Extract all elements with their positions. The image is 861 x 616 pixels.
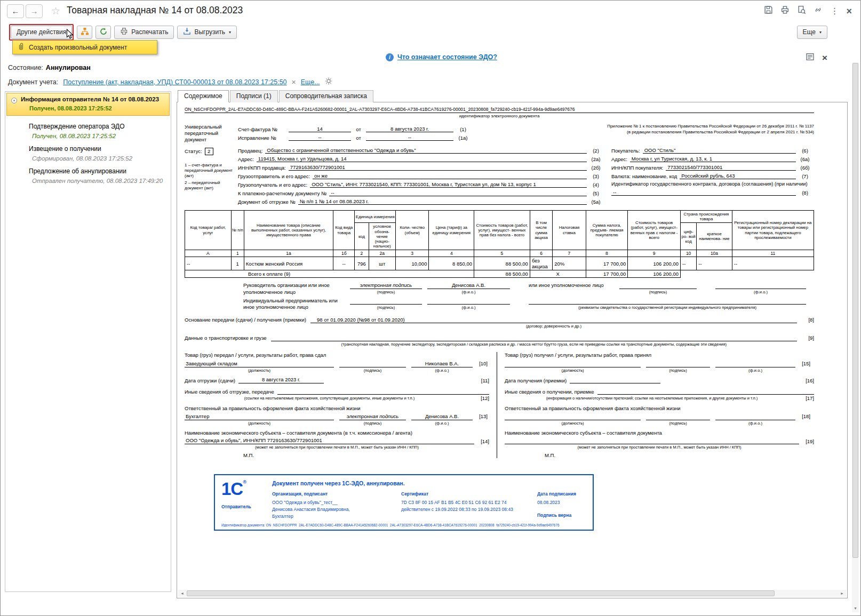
field-label: Документ об отгрузке № <box>238 199 298 205</box>
field-label: Дата отгрузки (сдачи) <box>185 378 238 383</box>
refresh-button[interactable] <box>95 26 111 39</box>
field-caption: (договор; доверенность и др.) <box>310 324 797 329</box>
back-button[interactable]: ← <box>7 4 24 18</box>
tab-cover-note[interactable]: Сопроводительная записка <box>279 90 373 102</box>
print-label: Распечатать <box>131 28 168 36</box>
window-close-icon[interactable]: × <box>846 6 852 16</box>
appendix-line: Приложение № 1 к постановлению Правитель… <box>563 124 814 130</box>
panel-close-icon[interactable]: × <box>822 54 827 62</box>
sidebar-item-status: Сформирован, 08.08.2023 17:25:52 <box>29 155 168 162</box>
field-mark: (2а) <box>587 156 605 162</box>
field-mark: (3) <box>587 173 605 179</box>
field-value: Москва г, ул Туристская, д. 13, к. 1 <box>630 156 796 162</box>
forward-button[interactable]: → <box>26 4 43 18</box>
item-cell: 10,000 <box>395 257 428 270</box>
h-scroll-right-button[interactable]: ► <box>838 591 846 595</box>
export-label: Выгрузить <box>194 28 225 36</box>
sidebar-item-operator-confirmation[interactable]: Подтверждение оператора ЭДО Получен, 08.… <box>5 117 171 139</box>
col-header: Налоговая ставка <box>553 211 586 250</box>
upd-document: ON_NSCHFDOPPR_2AL-E7ADDC60-D48C-489C-BBA… <box>185 107 814 531</box>
correction-number: -- <box>289 134 351 141</box>
info-icon-glyph: i <box>389 54 390 60</box>
tab-content[interactable]: Содержимое <box>178 90 229 102</box>
panel-list-icon[interactable] <box>806 53 814 63</box>
field-caption: (подпись) <box>339 368 406 373</box>
field-mark: (6б) <box>796 165 814 171</box>
refresh-icon <box>99 27 108 37</box>
vertical-scrollbar[interactable]: ▼ <box>852 62 859 612</box>
entrepreneur-signature-row: Индивидуальный предприниматель или иное … <box>185 298 814 311</box>
signature-value <box>646 413 710 420</box>
status-note: 2 – передаточный документ (акт) <box>185 180 236 191</box>
subject-value: ООО "Одежда и обувь", ИНН/КПП 7729163630… <box>185 437 474 444</box>
save-icon[interactable] <box>764 5 773 17</box>
field-value: 8 августа 2023 г. <box>238 377 324 383</box>
totals-cell: 106 200,00 <box>628 270 681 278</box>
h-scroll-thumb[interactable] <box>187 590 775 596</box>
accounting-more-link[interactable]: Еще... <box>301 78 320 86</box>
sidebar-item-annulment-offer[interactable]: Предложение об аннулировании Отправлен п… <box>5 162 171 184</box>
link-icon[interactable] <box>814 5 823 17</box>
menu-item-label: Создать произвольный документ <box>29 44 127 51</box>
preview-icon[interactable] <box>797 5 806 17</box>
signer-role-label: или иное уполномоченное лицо <box>529 282 619 289</box>
signature-value <box>646 361 710 367</box>
status-label: Статус: <box>185 148 202 155</box>
sidebar-item-receipt-notice[interactable]: Извещение о получении Сформирован, 08.08… <box>5 139 171 162</box>
handover-left-column: Товар (груз) передал / услуги, результат… <box>185 352 497 458</box>
field-label: Основание передачи (сдачи) / получения (… <box>185 317 310 323</box>
correction-row: Исправление № -- от -- (1а) <box>238 132 473 141</box>
v-scroll-down-button[interactable]: ▼ <box>852 605 859 612</box>
more-actions-button[interactable]: Еще▾ <box>797 26 827 39</box>
print-document-button[interactable]: Распечатать <box>114 26 174 39</box>
field-mark: (2) <box>587 148 605 154</box>
col-letter: 3 <box>395 250 428 257</box>
field-mark: [19] <box>799 438 814 444</box>
col-header: Коли- чество (объем) <box>395 211 428 250</box>
content-area: Содержимое Подписи (1) Сопроводительная … <box>177 90 848 598</box>
field-value: ООО "Стиль" <box>643 147 796 154</box>
favorite-star-icon[interactable]: ☆ <box>51 5 60 17</box>
other-actions-button[interactable]: Другие действия <box>11 26 72 39</box>
correction-label: Исправление № <box>238 135 289 141</box>
item-row: -- 1 Костюм женский Россия -- 796 шт 10,… <box>185 257 814 270</box>
field-value: 7729163630/772901001 <box>289 164 587 171</box>
correction-date: -- <box>366 134 453 141</box>
col-letter: 8 <box>586 250 628 257</box>
col-header: условное обозна- чение (нацио- нальное) <box>369 223 395 250</box>
menu-item-create-document[interactable]: Создать произвольный документ <box>13 41 157 54</box>
export-button[interactable]: Выгрузить▾ <box>177 26 237 39</box>
form-field-row: Документ об отгрузке №№ п/п 1 № 14 от 08… <box>238 198 605 205</box>
item-cell: -- <box>681 257 697 270</box>
edo-stages-sidebar: Информация отправителя № 14 от 08.08.202… <box>5 91 171 592</box>
more-menu-icon[interactable]: ⋮ <box>830 6 839 16</box>
sign-date-label: Дата подписания <box>537 491 586 497</box>
form-field-row: Покупатель:ООО "Стиль"(6) <box>611 147 814 154</box>
subject-value <box>505 437 799 444</box>
clear-accounting-doc-icon[interactable]: × <box>292 78 296 86</box>
tab-signatures[interactable]: Подписи (1) <box>230 90 278 102</box>
field-caption: (может не заполняться при проставлении п… <box>185 445 489 450</box>
edo-state-help-link[interactable]: Что означает состояние ЭДО? <box>397 53 497 61</box>
stage-status-icon <box>11 98 17 103</box>
h-scroll-left-button[interactable]: ◄ <box>178 591 186 595</box>
state-label: Состояние: <box>8 64 43 71</box>
print-icon[interactable] <box>780 5 790 17</box>
v-scroll-thumb[interactable] <box>852 63 858 558</box>
settings-gear-icon[interactable] <box>325 77 332 86</box>
sidebar-item-sender-info[interactable]: Информация отправителя № 14 от 08.08.202… <box>6 93 170 116</box>
field-mark: (1) <box>453 126 473 132</box>
field-caption: (должность) <box>505 368 641 373</box>
edo-exchange-button[interactable] <box>77 26 92 39</box>
accounting-doc-link[interactable]: Поступление (акт, накладная, УПД) СТ00-0… <box>63 78 286 86</box>
caret-down-icon: ▾ <box>819 30 822 35</box>
col-header: Регистрационный номер декларации на това… <box>732 211 814 250</box>
accounting-doc-label: Документ учета: <box>8 78 58 86</box>
horizontal-scrollbar[interactable]: ◄ ► <box>178 590 846 597</box>
field-caption: (подпись) <box>646 368 710 373</box>
app-window: ← → ☆ Товарная накладная № 14 от 08.08.2… <box>0 0 861 616</box>
field-mark: (5) <box>587 190 605 196</box>
totals-empty <box>681 270 814 278</box>
field-caption: (ф.и.о.) <box>715 368 795 373</box>
stamp-place-label: М.П. <box>185 452 489 458</box>
